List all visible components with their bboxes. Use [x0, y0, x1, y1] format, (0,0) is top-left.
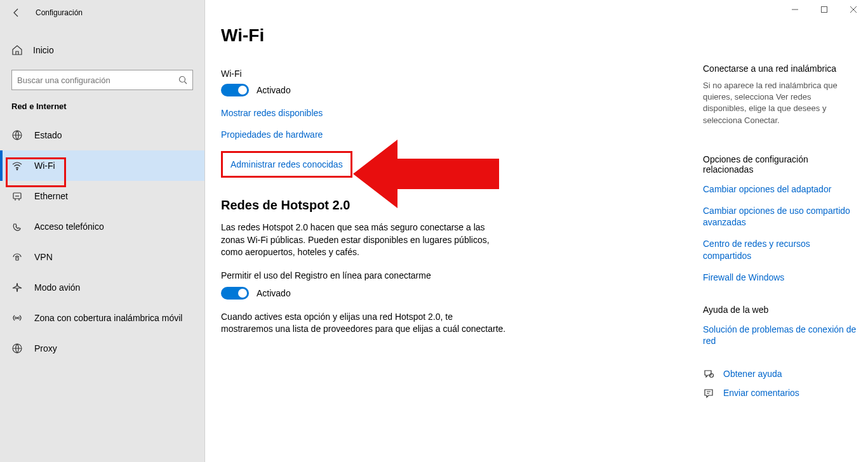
minimize-button[interactable] [780, 0, 810, 19]
svg-rect-4 [16, 258, 18, 260]
hotspot-title: Redes de Hotspot 2.0 [221, 198, 703, 213]
sidebar-item-dialup[interactable]: Acceso telefónico [0, 211, 204, 242]
back-icon[interactable] [11, 8, 22, 18]
link-get-help[interactable]: Obtener ayuda [723, 368, 782, 380]
wifi-icon [11, 160, 23, 171]
link-sharing-options[interactable]: Cambiar opciones de uso compartido avanz… [703, 205, 857, 228]
link-show-networks[interactable]: Mostrar redes disponibles [221, 108, 703, 118]
sidebar-item-label: VPN [34, 252, 53, 262]
sidebar-item-airplane[interactable]: Modo avión [0, 272, 204, 303]
hotspot-icon [11, 312, 23, 324]
sidebar-item-estado[interactable]: Estado [0, 120, 204, 150]
search-icon [178, 76, 187, 84]
home-button[interactable]: Inicio [0, 37, 204, 63]
wifi-toggle-state: Activado [257, 85, 291, 95]
online-reg-label: Permitir el uso del Registro en línea pa… [221, 270, 703, 280]
wifi-toggle-row: Activado [221, 84, 703, 96]
webhelp-title: Ayuda de la web [703, 305, 857, 315]
feedback-row[interactable]: Enviar comentarios [703, 387, 857, 399]
link-feedback[interactable]: Enviar comentarios [723, 387, 799, 399]
sidebar-item-label: Zona con cobertura inalámbrica móvil [34, 313, 182, 323]
airplane-icon [11, 282, 23, 293]
online-reg-toggle-row: Activado [221, 287, 703, 300]
connect-title: Conectarse a una red inalámbrica [703, 63, 857, 74]
feedback-icon [703, 388, 714, 399]
sidebar-item-label: Modo avión [34, 282, 80, 293]
hotspot-description: Las redes Hotspot 2.0 hacen que sea más … [221, 221, 507, 259]
sidebar-item-wifi[interactable]: Wi-Fi [0, 150, 204, 181]
link-firewall[interactable]: Firewall de Windows [703, 272, 857, 283]
link-adapter-options[interactable]: Cambiar opciones del adaptador [703, 183, 857, 195]
ethernet-icon [11, 190, 23, 202]
online-reg-toggle[interactable] [221, 287, 249, 300]
vpn-icon [11, 251, 23, 263]
sidebar-item-ethernet[interactable]: Ethernet [0, 181, 204, 211]
sidebar-item-label: Estado [34, 130, 62, 140]
help-icon [703, 368, 714, 380]
sidebar-item-proxy[interactable]: Proxy [0, 333, 204, 364]
svg-point-5 [17, 317, 18, 319]
sidebar: Configuración Inicio Red e Internet Esta… [0, 0, 205, 462]
title-bar: Configuración [0, 0, 204, 25]
wifi-section-label: Wi-Fi [221, 69, 703, 79]
sidebar-item-label: Ethernet [34, 191, 68, 201]
right-panel: Conectarse a una red inalámbrica Si no a… [703, 0, 868, 462]
home-icon [11, 44, 23, 56]
wifi-toggle[interactable] [221, 84, 249, 96]
link-manage-known-networks[interactable]: Administrar redes conocidas [230, 159, 343, 169]
related-title: Opciones de configuración relacionadas [703, 154, 857, 175]
svg-point-2 [17, 169, 18, 170]
maximize-button[interactable] [810, 0, 839, 19]
dialup-icon [11, 221, 23, 232]
proxy-icon [11, 343, 23, 354]
annotation-highlight-manage: Administrar redes conocidas [221, 151, 352, 178]
link-network-center[interactable]: Centro de redes y recursos compartidos [703, 238, 857, 261]
search-box[interactable] [11, 70, 193, 90]
status-icon [11, 129, 23, 141]
home-label: Inicio [33, 45, 54, 55]
online-reg-description: Cuando actives esta opción y elijas una … [221, 311, 507, 336]
svg-point-0 [180, 77, 185, 82]
page-title: Wi-Fi [221, 25, 703, 46]
sidebar-item-label: Wi-Fi [34, 161, 55, 171]
sidebar-item-vpn[interactable]: VPN [0, 242, 204, 272]
close-button[interactable] [839, 0, 868, 19]
section-title: Red e Internet [0, 102, 204, 120]
link-hardware-props[interactable]: Propiedades de hardware [221, 129, 703, 140]
window-controls [780, 0, 868, 19]
online-reg-state: Activado [257, 288, 291, 298]
sidebar-item-hotspot[interactable]: Zona con cobertura inalámbrica móvil [0, 303, 204, 333]
window-title: Configuración [36, 8, 83, 17]
sidebar-item-label: Acceso telefónico [34, 221, 104, 232]
search-input[interactable] [17, 76, 178, 85]
svg-rect-8 [822, 7, 827, 13]
main-content: Wi-Fi Wi-Fi Activado Mostrar redes dispo… [205, 0, 703, 462]
sidebar-item-label: Proxy [34, 343, 57, 353]
link-troubleshoot[interactable]: Solución de problemas de conexión de red [703, 324, 857, 346]
get-help-row[interactable]: Obtener ayuda [703, 368, 857, 380]
connect-description: Si no aparece la red inalámbrica que qui… [703, 80, 857, 126]
